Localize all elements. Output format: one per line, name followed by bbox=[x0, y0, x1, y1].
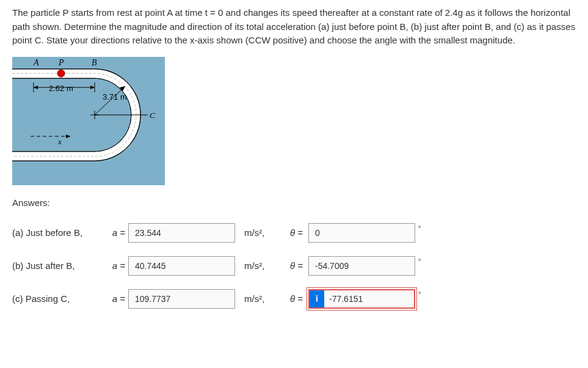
row-a-label: (a) Just before B, bbox=[12, 227, 107, 238]
label-p: P bbox=[58, 58, 64, 67]
svg-marker-5 bbox=[90, 86, 95, 89]
row-b-a-eq: a = bbox=[107, 260, 128, 271]
deg-symbol: ° bbox=[418, 290, 421, 298]
row-c-unit: m/s², bbox=[235, 293, 290, 304]
answer-row-a: (a) Just before B, a = 23.544 m/s², θ = … bbox=[12, 223, 576, 243]
path-diagram: A P B 2.62 m 3.71 m C x bbox=[12, 57, 165, 185]
info-icon[interactable]: i bbox=[310, 290, 324, 307]
dim-1: 2.62 m bbox=[49, 84, 73, 93]
problem-statement: The particle P starts from rest at point… bbox=[12, 6, 576, 48]
row-b-a-input[interactable]: 40.7445 bbox=[128, 256, 235, 276]
label-b: B bbox=[92, 58, 97, 67]
row-c-theta-input[interactable]: i -77.6151 bbox=[308, 289, 415, 309]
row-b-theta-input[interactable]: -54.7009 bbox=[308, 256, 415, 276]
svg-marker-12 bbox=[66, 134, 70, 138]
answer-row-b: (b) Just after B, a = 40.7445 m/s², θ = … bbox=[12, 256, 576, 276]
row-b-theta-eq: θ = bbox=[290, 260, 308, 271]
label-a: A bbox=[33, 58, 39, 67]
svg-point-0 bbox=[57, 70, 65, 77]
answers-heading: Answers: bbox=[12, 197, 576, 208]
row-c-theta-value: -77.6151 bbox=[329, 294, 363, 304]
deg-symbol: ° bbox=[418, 224, 421, 232]
row-c-theta-eq: θ = bbox=[290, 293, 308, 304]
row-c-a-input[interactable]: 109.7737 bbox=[128, 289, 235, 309]
row-b-unit: m/s², bbox=[235, 260, 290, 271]
row-a-theta-eq: θ = bbox=[290, 227, 308, 238]
row-a-theta-input[interactable]: 0 bbox=[308, 223, 415, 243]
answer-row-c: (c) Passing C, a = 109.7737 m/s², θ = i … bbox=[12, 289, 576, 309]
row-c-a-eq: a = bbox=[107, 293, 128, 304]
row-b-label: (b) Just after B, bbox=[12, 260, 107, 271]
deg-symbol: ° bbox=[418, 257, 421, 265]
axis-x: x bbox=[57, 137, 62, 146]
svg-marker-4 bbox=[34, 86, 38, 89]
label-c: C bbox=[150, 111, 155, 120]
row-a-a-input[interactable]: 23.544 bbox=[128, 223, 235, 243]
dim-2: 3.71 m bbox=[103, 92, 127, 101]
row-a-unit: m/s², bbox=[235, 227, 290, 238]
row-a-a-eq: a = bbox=[107, 227, 128, 238]
row-c-label: (c) Passing C, bbox=[12, 293, 107, 304]
